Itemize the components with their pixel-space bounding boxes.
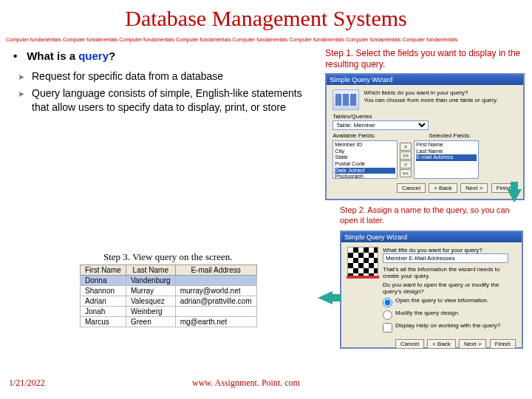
list-text: Query language consists of simple, Engli… xyxy=(32,86,319,115)
query-name-input[interactable]: Member E-Mail Addresses xyxy=(383,253,508,263)
col-header: E-mail Address xyxy=(175,265,256,276)
chevron-icon: ➤ xyxy=(18,86,32,115)
wizard2-ask: Do you want to open the query or modify … xyxy=(383,282,516,295)
footer-date: 1/21/2022 xyxy=(9,378,45,389)
section-heading: • What is a query? xyxy=(13,50,319,62)
wizard-icon xyxy=(332,89,359,110)
wizard-step1: Simple Query Wizard Which fields do you … xyxy=(325,73,525,200)
step1-caption: Step 1. Select the fields you want to di… xyxy=(325,48,525,70)
radio-open[interactable]: Open the query to view information. xyxy=(383,297,516,307)
cancel-button[interactable]: Cancel xyxy=(397,183,426,193)
heading-keyword: query xyxy=(78,50,109,62)
footer-url: www. Assignment. Point. com xyxy=(192,378,300,389)
back-button[interactable]: < Back xyxy=(429,183,457,193)
table-row[interactable]: MarcusGreenmg@earth.net xyxy=(81,317,257,327)
step3-caption: Step 3. View query on the screen. xyxy=(103,251,232,263)
wizard-step2: Simple Query Wizard What title do you wa… xyxy=(340,231,523,349)
arrow-down-icon xyxy=(507,189,522,202)
wizard2-titlebar: Simple Query Wizard xyxy=(341,232,522,242)
next-button[interactable]: Next > xyxy=(459,339,486,349)
move-all-left-button[interactable]: << xyxy=(400,169,412,177)
check-help[interactable]: Display Help on working with the query? xyxy=(383,322,516,332)
tables-select[interactable]: Table: Member xyxy=(332,120,429,130)
step2-caption: Step 2. Assign a name to the query, so y… xyxy=(340,205,525,226)
selected-listbox[interactable]: First NameLast Name E-mail Address xyxy=(414,140,479,179)
list-item: ➤Query language consists of simple, Engl… xyxy=(18,86,319,115)
cancel-button[interactable]: Cancel xyxy=(395,339,424,349)
table-row[interactable]: JonahWeinberg xyxy=(81,307,257,317)
list-item: ➤Request for specific data from a databa… xyxy=(18,69,319,83)
wizard2-question: What title do you want for your query? xyxy=(383,247,516,253)
list-text: Request for specific data from a databas… xyxy=(32,69,223,83)
wizard2-done: That's all the information the wizard ne… xyxy=(383,266,516,279)
wizard1-prompt: Which fields do you want in your query? xyxy=(364,89,497,97)
move-left-button[interactable]: < xyxy=(400,160,412,168)
available-label: Available Fields: xyxy=(332,132,375,139)
back-button[interactable]: < Back xyxy=(427,339,456,349)
next-button[interactable]: Next > xyxy=(460,183,488,193)
tagline: Computer fundamentals Computer fundament… xyxy=(0,33,532,45)
table-row[interactable]: ShannonMurraymurray@world.net xyxy=(81,286,257,296)
available-listbox[interactable]: Member IDCity StatePostal Code Date Join… xyxy=(332,140,398,179)
checkered-flag-icon xyxy=(347,247,378,278)
col-header: Last Name xyxy=(126,265,175,276)
selected-label: Selected Fields: xyxy=(429,132,471,139)
page-title: Database Management Systems xyxy=(0,0,532,33)
tables-label: Tables/Queries xyxy=(332,113,517,120)
arrow-left-icon xyxy=(318,291,332,304)
table-row[interactable]: DonnaVandenburg xyxy=(81,276,257,286)
heading-suffix: ? xyxy=(109,50,115,62)
wizard1-subprompt: You can choose from more than one table … xyxy=(364,97,497,104)
finish-button[interactable]: Finish xyxy=(490,339,516,349)
radio-modify[interactable]: Modify the query design. xyxy=(383,310,516,320)
move-right-button[interactable]: > xyxy=(400,143,412,151)
table-row[interactable]: AdrianValesquezadrian@prattville.com xyxy=(81,296,257,307)
bullet-list: ➤Request for specific data from a databa… xyxy=(18,69,319,115)
chevron-icon: ➤ xyxy=(18,69,32,83)
query-result-table: First Name Last Name E-mail Address Donn… xyxy=(80,265,257,327)
col-header: First Name xyxy=(81,265,126,276)
move-all-right-button[interactable]: >> xyxy=(400,151,412,160)
heading-prefix: What is a xyxy=(27,50,78,62)
wizard1-titlebar: Simple Query Wizard xyxy=(327,75,523,85)
